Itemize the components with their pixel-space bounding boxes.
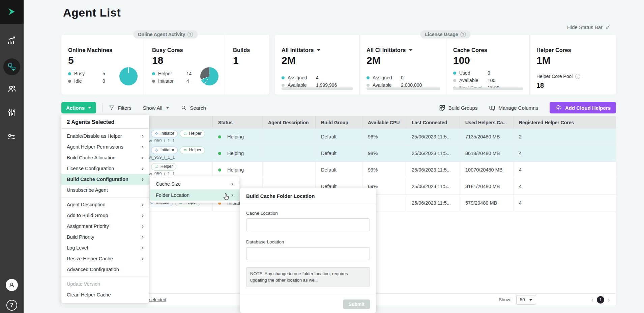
usage-progress-bar: [453, 87, 523, 90]
hide-status-bar-label: Hide Status Bar: [567, 24, 603, 30]
dialog-title: Build Cache Folder Location: [240, 188, 376, 203]
menu-item-enable-disable-helper[interactable]: Enable/Disable as Helper: [61, 131, 149, 141]
info-icon[interactable]: [575, 74, 580, 79]
all-initiators-value: 2M: [282, 55, 359, 66]
legend-value: 5: [103, 71, 105, 76]
cache-cores-value: 100: [453, 55, 529, 66]
status-dot: [218, 152, 221, 155]
menu-item-build-cache-allocation[interactable]: Build Cache Allocation: [61, 152, 149, 163]
menu-item-advanced-configuration[interactable]: Advanced Configuration: [61, 264, 149, 275]
used-helpers-cell: 7135/20480 MB: [460, 129, 513, 145]
submit-button[interactable]: Submit: [343, 299, 370, 309]
prev-page-icon[interactable]: [591, 296, 594, 304]
filters-button[interactable]: Filters: [109, 105, 131, 111]
agent-subname: nw_959_i_1_1: [146, 138, 205, 144]
app-logo[interactable]: [0, 0, 24, 24]
menu-item-agent-helper-permissions[interactable]: Agent Helper Permissions: [61, 141, 149, 152]
lic-value: 1,999,996: [316, 82, 337, 88]
registered-cores-cell: 4: [513, 145, 616, 161]
build-group-cell: Default: [315, 162, 362, 178]
next-page-icon[interactable]: [608, 296, 610, 304]
menu-header: 2 Agents Selected: [61, 115, 149, 129]
col-registered-helper-cores[interactable]: Registered Helper Cores: [513, 116, 616, 129]
build-groups-icon: [439, 105, 445, 111]
sidebar-item-users[interactable]: [0, 84, 24, 94]
database-location-input[interactable]: [246, 247, 370, 260]
add-cloud-helpers-label: Add Cloud Helpers: [565, 105, 611, 111]
database-location-label: Database Location: [246, 239, 370, 244]
lic-label: Available: [459, 78, 488, 83]
manage-columns-button[interactable]: Manage Columns: [489, 105, 538, 111]
used-helpers-cell: 8618/20480 MB: [460, 145, 513, 161]
col-used-helpers[interactable]: Used Helpers Ca...: [460, 116, 513, 129]
all-initiators-title[interactable]: All Initiators: [282, 47, 359, 53]
search-icon: [181, 105, 187, 111]
cache-location-input[interactable]: [246, 218, 370, 231]
cache-location-label: Cache Location: [246, 211, 370, 216]
actions-label: Actions: [66, 105, 85, 111]
menu-item-clean-helper-cache[interactable]: Clean Helper Cache: [61, 289, 149, 300]
online-machines-pie-chart: [119, 67, 138, 85]
agent-description-cell: [262, 129, 315, 145]
last-connected-cell: 25/06/2023 11:5...: [406, 145, 460, 161]
sidebar-item-agents[interactable]: [0, 58, 24, 75]
col-status[interactable]: Status: [212, 116, 262, 129]
actions-button[interactable]: Actions: [61, 102, 96, 113]
sidebar-item-dashboard[interactable]: [0, 35, 24, 46]
dialog-note: NOTE: Any change to one folder location,…: [246, 267, 370, 287]
menu-item-agent-description[interactable]: Agent Description: [61, 199, 149, 210]
hide-status-bar-button[interactable]: Hide Status Bar: [567, 24, 610, 30]
col-build-group[interactable]: Build Group: [315, 116, 362, 129]
menu-item-license-configuration[interactable]: License Configuration: [61, 163, 149, 174]
sidebar-item-settings[interactable]: [0, 108, 24, 118]
usage-progress-bar: [282, 87, 353, 90]
initiator-badge: Initiator: [151, 130, 178, 137]
menu-item-resize-helper-cache[interactable]: Resize Helper Cache: [61, 253, 149, 264]
collapse-icon: [605, 25, 610, 30]
used-helpers-cell: 579/20480 MB: [460, 195, 513, 211]
legend-label: Initiator: [158, 78, 186, 84]
lic-label: Used: [459, 70, 488, 76]
initiator-dot: [152, 80, 155, 83]
legend-label: Idle: [74, 78, 103, 84]
idle-dot: [68, 80, 71, 83]
helper-swap-icon: [183, 131, 187, 136]
all-ci-initiators-value: 2M: [367, 55, 446, 66]
sidebar-item-license[interactable]: [0, 132, 24, 142]
registered-cores-cell: 4: [513, 178, 616, 194]
sidebar-item-help[interactable]: [0, 300, 24, 311]
sidebar: [0, 0, 24, 313]
submenu-item-cache-size[interactable]: Cache Size: [150, 178, 239, 189]
dashboard-chart-icon: [7, 35, 17, 46]
menu-item-add-to-build-group[interactable]: Add to Build Group: [61, 210, 149, 221]
menu-item-build-priority[interactable]: Build Priority: [61, 232, 149, 242]
legend-label: Helper: [158, 71, 186, 76]
registered-cores-cell: 4: [513, 162, 616, 178]
all-ci-initiators-title[interactable]: All CI Initiators: [367, 47, 446, 53]
build-groups-button[interactable]: Build Groups: [439, 105, 478, 111]
builds-title: Builds: [233, 47, 269, 53]
show-all-dropdown[interactable]: Show All: [143, 105, 170, 111]
sidebar-item-account[interactable]: [0, 279, 24, 291]
col-last-connected[interactable]: Last Connected: [406, 116, 460, 129]
agent-subname: nw_959_i_1_1: [146, 171, 176, 177]
menu-item-unsubscribe-agent[interactable]: Unsubscribe Agent: [61, 185, 149, 195]
menu-item-assignment-priority[interactable]: Assignment Priority: [61, 221, 149, 232]
all-initiators-label: All Initiators: [282, 47, 314, 53]
menu-item-build-cache-configuration[interactable]: Build Cache Configuration: [61, 174, 149, 185]
col-agent-description[interactable]: Agent Description: [262, 116, 315, 129]
used-helpers-cell: 3181/20480 MB: [460, 178, 513, 194]
add-cloud-helpers-button[interactable]: Add Cloud Helpers: [550, 102, 616, 113]
show-all-label: Show All: [143, 105, 163, 111]
page-size-select[interactable]: 50: [516, 295, 536, 305]
online-machines-value: 5: [68, 55, 145, 66]
lic-label: Available: [288, 82, 316, 88]
lic-value: 100: [488, 78, 495, 83]
search-button[interactable]: Search: [181, 105, 206, 111]
mouse-cursor: [222, 192, 231, 203]
col-available-cpu[interactable]: Available CPU: [362, 116, 406, 129]
current-page-badge[interactable]: 1: [597, 296, 604, 304]
busy-cores-value: 18: [152, 55, 226, 66]
menu-item-log-level[interactable]: Log Level: [61, 242, 149, 253]
cpu-cell: 99%: [362, 162, 406, 178]
